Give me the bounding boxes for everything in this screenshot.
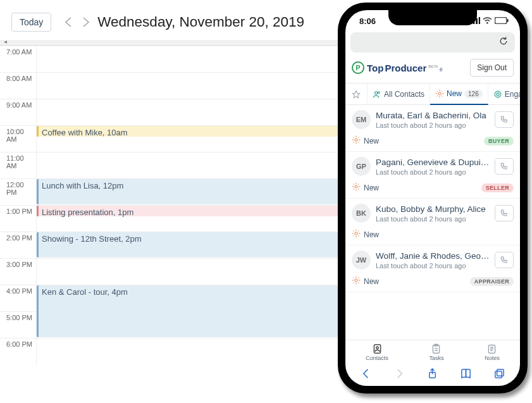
contact-name: Murata, Earl & Bacherini, Ola	[376, 111, 490, 120]
svg-line-16	[442, 96, 442, 96]
calendar-event[interactable]: Showing - 12th Street, 2pm	[37, 232, 340, 257]
bottomtab-tasks-label: Tasks	[429, 355, 443, 361]
new-sun-icon	[352, 135, 361, 146]
tab-favorites[interactable]	[345, 84, 368, 104]
phone-notch	[388, 10, 477, 25]
calendar-pane: Today Wednesday, November 20, 2019 7:00 …	[0, 0, 342, 403]
svg-point-8	[375, 91, 378, 94]
tab-new[interactable]: New 126	[430, 84, 488, 105]
tab-all-contacts-label: All Contacts	[384, 90, 424, 99]
svg-rect-6	[507, 19, 509, 22]
tab-new-label: New	[447, 89, 462, 98]
svg-point-10	[438, 92, 441, 95]
refresh-icon[interactable]	[498, 36, 509, 49]
contact-item[interactable]: EMMurata, Earl & Bacherini, OlaLast touc…	[345, 105, 520, 152]
contact-role-pill: SELLER	[481, 183, 514, 192]
hour-body[interactable]	[37, 259, 342, 285]
svg-line-53	[353, 277, 354, 278]
contact-item[interactable]: JWWolff, Janie & Rhodes, GeorgeLast touc…	[345, 245, 520, 292]
contact-item[interactable]: BKKubo, Bobby & Murphy, AliceLast touch …	[345, 199, 520, 245]
svg-point-58	[376, 347, 378, 349]
calendar-event[interactable]: Coffee with Mike, 10am	[37, 126, 340, 137]
hour-body[interactable]	[37, 73, 342, 99]
hour-body[interactable]	[37, 152, 342, 178]
calendar-scroll-hint	[0, 40, 342, 46]
hour-row: 11:00 AM	[0, 152, 342, 178]
signout-button[interactable]: Sign Out	[470, 59, 514, 77]
svg-point-39	[355, 232, 357, 235]
hour-label: 5:00 PM	[0, 312, 37, 338]
new-sun-icon	[352, 182, 361, 193]
svg-point-48	[355, 279, 357, 282]
safari-back-icon[interactable]	[358, 366, 373, 381]
svg-line-35	[353, 183, 354, 184]
contact-subtext: Last touch about 2 hours ago	[376, 121, 490, 129]
contact-subtext: Last touch about 2 hours ago	[376, 215, 490, 223]
hour-label: 6:00 PM	[0, 338, 37, 364]
bottomtab-contacts[interactable]: Contacts	[366, 344, 388, 361]
tab-all-contacts[interactable]: All Contacts	[368, 84, 430, 104]
contact-name: Kubo, Bobby & Murphy, Alice	[376, 204, 490, 214]
contact-name: Pagani, Genevieve & Dupuis...	[376, 158, 490, 167]
calendar-event[interactable]: Lunch with Lisa, 12pm	[37, 179, 340, 204]
bottomtab-tasks[interactable]: Tasks	[429, 344, 443, 361]
calendar-header: Today Wednesday, November 20, 2019	[0, 0, 342, 40]
hour-body[interactable]	[37, 46, 342, 72]
safari-bookmarks-icon[interactable]	[459, 366, 474, 381]
call-button[interactable]	[495, 158, 514, 175]
svg-point-20	[497, 92, 499, 95]
svg-rect-69	[495, 371, 502, 377]
contact-list[interactable]: EMMurata, Earl & Bacherini, OlaLast touc…	[345, 105, 520, 340]
phone-device: 8:06 P Top	[338, 3, 528, 394]
calendar-event[interactable]: Ken & Carol - tour, 4pm	[37, 285, 340, 337]
calendar-title: Wednesday, November 20, 2019	[60, 14, 342, 30]
call-button[interactable]	[495, 252, 514, 268]
app-bottom-nav: Contacts Tasks Notes	[345, 340, 520, 363]
phone-screen: 8:06 P Top	[345, 10, 520, 386]
svg-line-47	[358, 230, 359, 231]
svg-line-18	[442, 90, 442, 91]
contact-status: New	[352, 135, 379, 146]
status-time: 8:06	[359, 16, 376, 26]
contact-item[interactable]: GPPagani, Genevieve & Dupuis...Last touc…	[345, 152, 520, 199]
contact-status-label: New	[364, 137, 379, 146]
hour-label: 4:00 PM	[0, 285, 37, 311]
hour-body[interactable]	[37, 99, 342, 125]
svg-rect-3	[479, 17, 481, 24]
safari-share-icon[interactable]	[425, 366, 440, 381]
contact-subtext: Last touch about 2 hours ago	[376, 262, 490, 270]
contact-status: New	[352, 276, 379, 287]
svg-line-44	[353, 230, 354, 231]
hour-label: 7:00 AM	[0, 46, 37, 72]
svg-line-26	[353, 137, 354, 137]
bottomtab-contacts-label: Contacts	[366, 355, 388, 361]
brand-text-producer: Producer	[385, 63, 426, 73]
call-button[interactable]	[495, 205, 514, 221]
brand-beta-badge: BETA	[428, 65, 438, 68]
hour-label: 3:00 PM	[0, 259, 37, 285]
avatar: JW	[352, 251, 371, 270]
today-button[interactable]: Today	[11, 13, 51, 32]
hour-label: 1:00 PM	[0, 206, 37, 232]
svg-line-54	[358, 282, 359, 283]
contact-status-label: New	[364, 183, 379, 192]
hour-label: 8:00 AM	[0, 73, 37, 99]
safari-forward-icon	[392, 366, 407, 381]
tab-new-count: 126	[464, 90, 483, 98]
svg-marker-7	[352, 90, 359, 97]
contact-role-pill: BUYER	[484, 137, 514, 146]
brand: P Top Producer BETA ®	[352, 61, 443, 74]
browser-url-bar[interactable]	[350, 32, 515, 53]
bottomtab-notes[interactable]: Notes	[485, 344, 500, 361]
hour-body[interactable]	[37, 338, 342, 364]
calendar-event[interactable]: Listing presentation, 1pm	[37, 206, 340, 216]
svg-line-36	[358, 189, 359, 189]
contact-name: Wolff, Janie & Rhodes, George	[376, 251, 490, 261]
tab-engage[interactable]: Engage	[488, 84, 520, 104]
safari-tabs-icon[interactable]	[492, 366, 507, 381]
call-button[interactable]	[495, 111, 514, 128]
svg-line-28	[353, 142, 354, 142]
battery-icon	[495, 16, 509, 26]
hour-row: 3:00 PM	[0, 258, 342, 285]
hour-label: 9:00 AM	[0, 99, 37, 125]
